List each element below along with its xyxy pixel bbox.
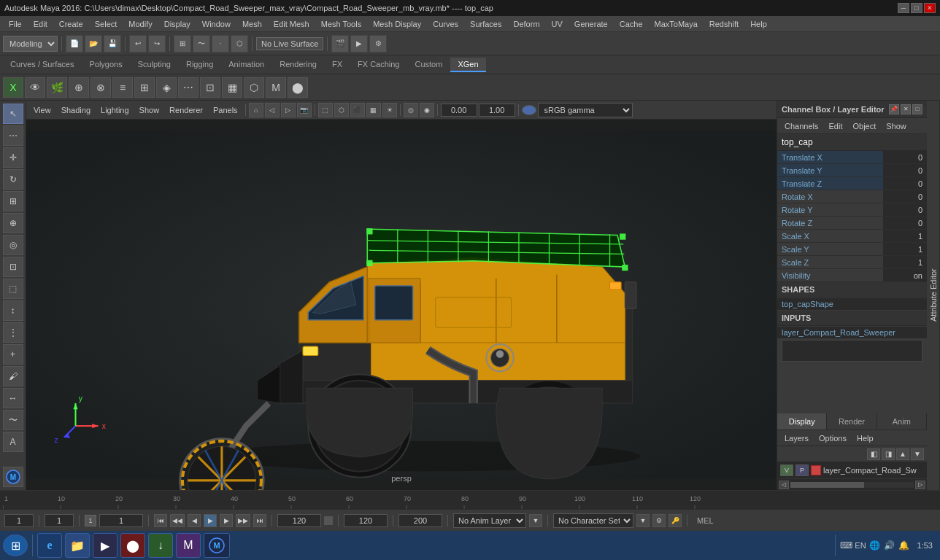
shelf-icon-14[interactable]: ⬤ bbox=[288, 77, 308, 98]
menu-curves[interactable]: Curves bbox=[427, 18, 464, 30]
render-btn[interactable]: 🎬 bbox=[331, 35, 349, 52]
media-btn[interactable]: ▶ bbox=[93, 533, 118, 558]
menu-help[interactable]: Help bbox=[744, 18, 773, 30]
explorer-btn[interactable]: 📁 bbox=[65, 533, 90, 558]
channel-value-ry[interactable]: 0 bbox=[883, 203, 927, 216]
vp-gamma-select[interactable]: sRGB gamma bbox=[538, 103, 633, 117]
layer-visibility-btn[interactable]: V bbox=[780, 464, 793, 476]
cb-menu-object[interactable]: Object bbox=[848, 120, 880, 132]
tab-xgen[interactable]: XGen bbox=[450, 58, 485, 72]
right-scrollbar[interactable]: ◁ ▷ bbox=[777, 478, 927, 490]
cb-menu-channels[interactable]: Channels bbox=[780, 120, 822, 132]
cb-menu-edit[interactable]: Edit bbox=[824, 120, 847, 132]
dra-tab-render[interactable]: Render bbox=[827, 413, 877, 429]
go-start-btn[interactable]: ⏮ bbox=[154, 514, 167, 527]
channel-value-rx[interactable]: 0 bbox=[883, 190, 927, 203]
menu-mesh[interactable]: Mesh bbox=[236, 18, 268, 30]
shapes-item[interactable]: top_capShape bbox=[777, 298, 927, 310]
viewport[interactable]: View Shading Lighting Show Renderer Pane… bbox=[26, 101, 777, 490]
snap-points-btn[interactable]: ⋮ bbox=[3, 322, 23, 343]
tab-sculpting[interactable]: Sculpting bbox=[131, 58, 178, 72]
menu-display[interactable]: Display bbox=[158, 18, 196, 30]
region-select-btn[interactable]: ⬚ bbox=[3, 279, 23, 299]
new-scene-btn[interactable]: 📄 bbox=[66, 35, 83, 52]
menu-generate[interactable]: Generate bbox=[569, 18, 614, 30]
attribute-editor-tab[interactable]: Attribute Editor bbox=[927, 101, 940, 490]
cb-menu-show[interactable]: Show bbox=[882, 120, 911, 132]
vp-texture-btn[interactable]: ▦ bbox=[366, 103, 381, 117]
lasso-select-btn[interactable]: ⋯ bbox=[3, 125, 23, 146]
scroll-left-btn[interactable]: ◁ bbox=[779, 481, 789, 489]
menu-redshift[interactable]: Redshift bbox=[704, 18, 744, 30]
channel-value-sx[interactable]: 1 bbox=[883, 230, 927, 242]
channel-row-scale-y[interactable]: Scale Y 1 bbox=[777, 243, 927, 256]
channel-row-rotate-x[interactable]: Rotate X 0 bbox=[777, 190, 927, 203]
snap-grid-btn[interactable]: ⊞ bbox=[174, 35, 191, 52]
anim-layer-dropdown[interactable]: No Anim Layer bbox=[453, 513, 526, 528]
cb-input-field[interactable] bbox=[782, 340, 922, 362]
channel-row-translate-x[interactable]: Translate X 0 bbox=[777, 151, 927, 164]
shelf-icon-13[interactable]: M bbox=[266, 77, 286, 98]
channel-value-rz[interactable]: 0 bbox=[883, 217, 927, 229]
tab-animation[interactable]: Animation bbox=[221, 58, 271, 72]
play-btn[interactable]: ▶ bbox=[204, 514, 217, 527]
scroll-track[interactable] bbox=[790, 482, 914, 488]
frame-display-input[interactable] bbox=[45, 514, 74, 527]
menu-create[interactable]: Create bbox=[53, 18, 89, 30]
dra-tab-anim[interactable]: Anim bbox=[877, 413, 927, 429]
char-set-btn[interactable]: ▼ bbox=[636, 514, 650, 527]
torrent-btn[interactable]: ↓ bbox=[148, 533, 173, 558]
menu-edit[interactable]: Edit bbox=[28, 18, 53, 30]
rotate-tool-btn[interactable]: ↻ bbox=[3, 169, 23, 190]
vp-next-btn[interactable]: ▷ bbox=[281, 103, 296, 117]
annotation-btn[interactable]: A bbox=[3, 432, 23, 452]
fps-input[interactable] bbox=[344, 514, 388, 527]
ipr-btn[interactable]: ▶ bbox=[350, 35, 368, 52]
shelf-icon-11[interactable]: ▦ bbox=[222, 77, 242, 98]
select-tool-btn[interactable]: ↖ bbox=[3, 104, 23, 124]
channel-row-rotate-y[interactable]: Rotate Y 0 bbox=[777, 203, 927, 217]
shelf-icon-4[interactable]: ⊕ bbox=[69, 77, 89, 98]
vp-color-btn[interactable] bbox=[522, 105, 536, 115]
vp-smooth-btn[interactable]: ⬡ bbox=[334, 103, 349, 117]
snap-surface-btn[interactable]: ⬡ bbox=[231, 35, 248, 52]
channel-value-ty[interactable]: 0 bbox=[883, 164, 927, 176]
menu-maxtomaya[interactable]: MaxToMaya bbox=[649, 18, 704, 30]
manager-btn[interactable]: M bbox=[176, 533, 201, 558]
shelf-icon-5[interactable]: ⊗ bbox=[90, 77, 111, 98]
workspace-dropdown[interactable]: Modeling bbox=[3, 36, 58, 52]
vp-value1-input[interactable] bbox=[441, 104, 477, 117]
delete-layer-btn[interactable]: ◨ bbox=[882, 448, 895, 460]
channel-value-tx[interactable]: 0 bbox=[883, 151, 927, 163]
tab-polygons[interactable]: Polygons bbox=[82, 58, 129, 72]
layer-down-btn[interactable]: ▼ bbox=[911, 448, 924, 460]
channel-row-translate-y[interactable]: Translate Y 0 bbox=[777, 164, 927, 177]
keyboard-icon[interactable]: ⌨ bbox=[840, 540, 852, 551]
shelf-icon-8[interactable]: ◈ bbox=[156, 77, 177, 98]
maya-logo-btn[interactable]: M bbox=[3, 467, 23, 487]
layers-menu-layers[interactable]: Layers bbox=[780, 432, 813, 444]
layer-up-btn[interactable]: ▲ bbox=[896, 448, 909, 460]
add-to-layer-btn[interactable]: + bbox=[3, 344, 23, 365]
vp-xray-btn[interactable]: ◎ bbox=[404, 103, 418, 117]
tab-rigging[interactable]: Rigging bbox=[179, 58, 220, 72]
inputs-item[interactable]: layer_Compact_Road_Sweeper bbox=[777, 327, 927, 338]
char-set-opt-btn[interactable]: ⚙ bbox=[652, 514, 666, 527]
prev-frame-btn[interactable]: ◀◀ bbox=[170, 514, 185, 527]
vp-menu-lighting[interactable]: Lighting bbox=[96, 104, 134, 116]
channels-area[interactable]: Translate X 0 Translate Y 0 Translate Z … bbox=[777, 151, 927, 413]
range-start-input[interactable] bbox=[99, 514, 143, 527]
prev-btn[interactable]: ◀ bbox=[188, 514, 201, 527]
vp-menu-renderer[interactable]: Renderer bbox=[165, 104, 207, 116]
layer-row[interactable]: V P layer_Compact_Road_Sw bbox=[777, 462, 927, 478]
soft-select-btn[interactable]: ◎ bbox=[3, 235, 23, 255]
create-layer-btn[interactable]: ◧ bbox=[867, 448, 880, 460]
minimize-button[interactable]: ─ bbox=[898, 3, 909, 13]
next-btn[interactable]: ▶ bbox=[220, 514, 233, 527]
menu-uv[interactable]: UV bbox=[546, 18, 569, 30]
menu-mesh-display[interactable]: Mesh Display bbox=[367, 18, 427, 30]
red-app-btn[interactable]: ⬤ bbox=[120, 533, 145, 558]
channel-row-scale-z[interactable]: Scale Z 1 bbox=[777, 256, 927, 269]
render-settings-btn[interactable]: ⚙ bbox=[369, 35, 387, 52]
anim-layer-btn[interactable]: ▼ bbox=[529, 514, 542, 527]
